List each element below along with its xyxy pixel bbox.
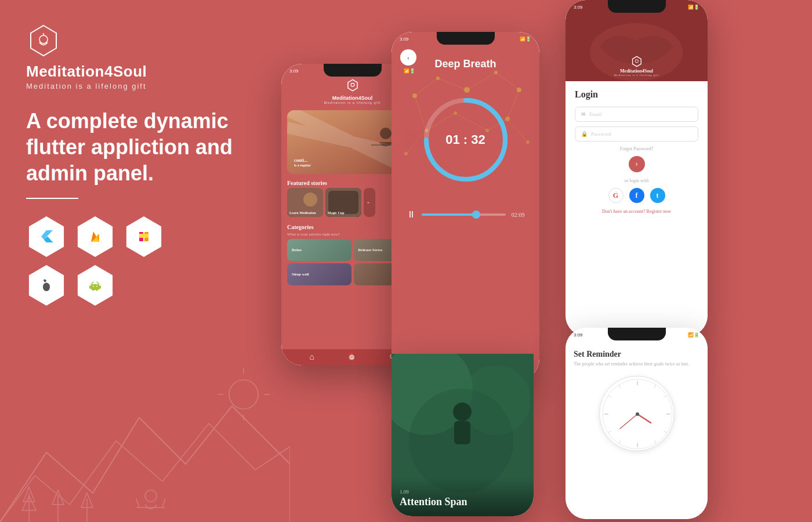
email-placeholder: Email [589,111,602,117]
status-bar-login: 3:09 📶🔋 [574,5,699,10]
register-text: Don't have an account? [602,209,646,214]
svg-point-48 [526,140,530,144]
svg-point-40 [412,93,417,98]
breathe-title: Deep Breath [434,58,496,70]
or-login-with: or login with [575,178,698,183]
cat-relax[interactable]: Relax [287,239,351,261]
brand-tagline: Meditation is a lifelong gift [26,82,147,90]
login-submit-button[interactable]: › [629,156,645,172]
forgot-password[interactable]: Forgot Password? [575,146,698,151]
status-bar-main: 3:09 📶🔋 [289,68,415,74]
reminder-title: Set Reminder [574,350,699,359]
svg-point-7 [229,380,258,409]
svg-marker-66 [632,56,641,66]
svg-rect-25 [93,288,94,291]
duration-label: 02:09 [512,212,525,218]
svg-line-52 [438,78,467,90]
clock-face [599,376,675,451]
progress-thumb [472,211,480,219]
twitter-login-button[interactable]: t [650,188,665,203]
cat-stress-label: Release Stress [358,248,383,252]
phone-attention: 1.09 Attention Span [392,354,534,516]
brand-name: Meditation4Soul [26,63,147,81]
hero-card-text: conti... is a regular [294,158,311,168]
svg-rect-39 [328,191,358,214]
svg-point-42 [464,87,470,93]
pause-button[interactable]: ⏸ [407,209,416,220]
svg-point-72 [453,403,472,421]
story-learn[interactable]: Learn Meditation [287,188,323,217]
phone-reminder: 3:09 📶🔋 Set Reminder The people who set … [566,328,708,519]
progress-track[interactable] [422,213,506,216]
svg-point-41 [436,77,440,80]
svg-rect-24 [99,285,101,289]
network-dots [392,32,539,380]
svg-rect-23 [89,285,91,289]
login-form-title: Login [575,89,698,100]
material-icon [124,216,164,257]
svg-point-43 [494,71,498,74]
svg-line-15 [162,499,165,507]
svg-point-34 [380,128,392,139]
back-button[interactable]: ‹ [400,49,416,66]
svg-marker-16 [31,26,56,56]
apple-icon [26,265,67,306]
login-tagline: Meditation is a lifelong gift [614,74,659,77]
svg-point-37 [303,193,317,206]
cat-sleep[interactable]: Sleep well [287,263,351,285]
email-input[interactable]: ✉ Email [575,107,698,122]
phone-breathe: 3:09 📶🔋 ‹ Deep Breath [392,32,539,380]
attention-tag: 1.09 [400,489,525,495]
lock-icon: 🔒 [581,131,588,137]
svg-line-14 [136,499,139,507]
svg-point-32 [351,83,354,86]
reminder-content: Set Reminder The people who set reminder… [574,350,699,376]
svg-rect-22 [91,284,99,290]
svg-point-12 [145,490,157,502]
phone-login: 3:09 📶🔋 Login [566,0,708,336]
svg-line-54 [496,72,519,90]
timer-circle: 01 : 32 [419,93,512,186]
svg-line-27 [91,282,93,284]
svg-marker-31 [347,79,357,90]
svg-point-89 [636,412,639,416]
hero-divider [26,198,78,199]
flutter-icon [26,216,67,257]
password-input[interactable]: 🔒 Password [575,126,698,142]
app-logo-small [346,79,359,92]
firebase-icon [75,216,115,257]
progress-bar: ⏸ 02:09 [407,209,525,220]
attention-overlay: 1.09 Attention Span [392,477,534,516]
story-magic-label: Magic Cup [328,211,345,215]
password-placeholder: Password [591,131,611,137]
logo-icon [26,23,61,58]
nav-home-icon[interactable]: ⌂ [309,353,314,362]
story-magic[interactable]: Magic Cup [325,188,361,217]
svg-rect-21 [139,234,148,238]
story-more[interactable]: › [364,188,375,217]
logo-container: Meditation4Soul Meditation is a lifelong… [26,23,246,90]
login-logo-overlay: Meditation4Soul Meditation is a lifelong… [614,56,659,77]
timer-display: 01 : 32 [445,132,485,147]
svg-rect-26 [96,288,97,291]
nav-alarm-icon[interactable]: ⏰ [347,353,356,362]
attention-title: Attention Span [400,496,525,508]
email-icon: ✉ [581,111,586,117]
login-form: Login ✉ Email 🔒 Password Forgot Password… [566,81,708,336]
svg-point-67 [635,60,638,63]
social-login-icons: G f t [575,188,698,203]
svg-rect-73 [454,421,470,444]
status-bar-reminder: 3:09 📶🔋 [574,332,699,338]
svg-point-17 [39,35,48,44]
phones-area: 3:09 📶🔋 Meditation4Soul Meditation is a … [255,0,812,522]
android-icon [75,265,115,306]
facebook-login-button[interactable]: f [629,188,644,203]
google-login-button[interactable]: G [608,188,624,203]
register-link[interactable]: Don't have an account? Register now [575,209,698,214]
register-link-text[interactable]: Register now [647,209,671,214]
login-brand: Meditation4Soul [614,68,659,74]
cat-sleep-label: Sleep well [292,272,309,277]
reminder-subtitle: The people who set reminder achieve thei… [574,361,699,367]
svg-point-30 [96,286,97,287]
svg-point-29 [93,286,94,287]
